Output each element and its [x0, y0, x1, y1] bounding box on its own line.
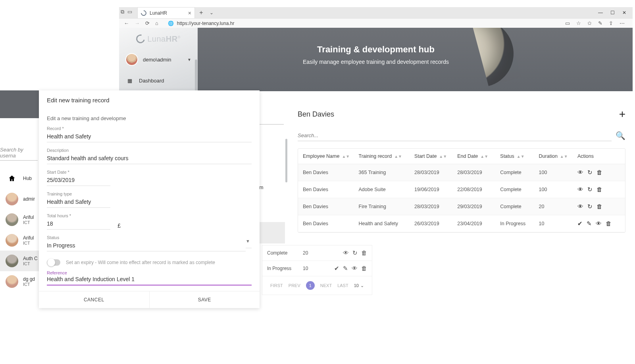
- sidebar-scrollbar[interactable]: [195, 59, 197, 95]
- tab-close-icon[interactable]: ×: [188, 10, 191, 16]
- th-end[interactable]: End Date▲▼: [457, 153, 500, 159]
- bg-user-item[interactable]: ArifulICT: [4, 209, 40, 230]
- field-description[interactable]: Description Standard health and safety c…: [39, 146, 260, 167]
- forward-icon[interactable]: →: [135, 20, 140, 26]
- back-icon[interactable]: ←: [124, 20, 129, 26]
- expiry-toggle[interactable]: [47, 259, 60, 266]
- nav-dashboard[interactable]: ▦Dashboard: [119, 72, 198, 89]
- bg-user-dept: ICT: [23, 261, 38, 266]
- eye-icon[interactable]: 👁: [596, 220, 602, 227]
- frag-status: Complete: [267, 250, 303, 256]
- share-icon[interactable]: ⇪: [609, 20, 613, 26]
- trash-icon[interactable]: 🗑: [597, 169, 602, 176]
- check-icon[interactable]: ✔: [334, 265, 339, 272]
- pager-current[interactable]: 1: [306, 281, 315, 290]
- user-list-scrollbar[interactable]: [285, 139, 287, 182]
- bg-user-item[interactable]: Hub: [4, 168, 40, 189]
- field-value[interactable]: Health and Safety: [47, 132, 252, 142]
- eye-icon[interactable]: 👁: [577, 203, 583, 210]
- trash-icon[interactable]: 🗑: [361, 265, 367, 272]
- reading-view-icon[interactable]: ▭: [565, 20, 570, 26]
- save-button[interactable]: SAVE: [149, 291, 260, 308]
- trash-icon[interactable]: 🗑: [597, 186, 602, 193]
- records-search-input[interactable]: [298, 130, 612, 141]
- tabs-dropdown-icon[interactable]: ⌄: [208, 10, 216, 15]
- pager-prev[interactable]: PREV: [289, 283, 300, 288]
- pager-next[interactable]: NEXT: [320, 283, 332, 288]
- th-record[interactable]: Training record▲▼: [359, 153, 415, 159]
- cell-start: 28/03/2019: [414, 170, 457, 175]
- eye-icon[interactable]: 👁: [577, 186, 583, 193]
- pager-first[interactable]: FIRST: [270, 283, 283, 288]
- reference-input[interactable]: Health and Safety Induction Level 1: [47, 276, 252, 285]
- notes-icon[interactable]: ✎: [598, 20, 602, 26]
- field-value[interactable]: Standard health and safety cours: [47, 153, 252, 164]
- table-row: Ben Davies Fire Training 28/03/2019 29/0…: [298, 198, 625, 215]
- check-icon[interactable]: ✔: [577, 220, 583, 227]
- refresh-icon[interactable]: ⟳: [145, 20, 150, 26]
- refresh-icon[interactable]: ↻: [587, 169, 593, 176]
- field-training-type[interactable]: Training type Health and Safety: [39, 189, 118, 211]
- window-layout-icon[interactable]: ⧉: [121, 9, 124, 15]
- field-record[interactable]: Record * Health and Safety: [39, 124, 260, 146]
- pager-size[interactable]: 10 ⌄: [354, 283, 364, 288]
- pager-last[interactable]: LAST: [337, 283, 348, 288]
- maximize-icon[interactable]: ☐: [606, 7, 618, 18]
- trash-icon[interactable]: 🗑: [606, 220, 612, 227]
- field-value[interactable]: In Progress: [47, 241, 246, 251]
- search-icon[interactable]: 🔍: [616, 131, 625, 140]
- table-row: Ben Davies Adobe Suite 19/06/2019 22/08/…: [298, 181, 625, 198]
- browser-tab[interactable]: LunaHR ×: [137, 7, 195, 18]
- eye-icon[interactable]: 👁: [577, 169, 583, 176]
- refresh-icon[interactable]: ↻: [352, 249, 358, 257]
- refresh-icon[interactable]: ↻: [587, 186, 593, 193]
- th-status[interactable]: Status▲▼: [500, 153, 539, 159]
- field-value[interactable]: Health and Safety: [47, 197, 110, 208]
- close-window-icon[interactable]: ✕: [618, 7, 630, 18]
- address-bar[interactable]: 🌐 https://your-tenancy.luna.hr: [164, 21, 560, 26]
- field-start-date[interactable]: Start Date * 25/03/2019: [39, 167, 118, 189]
- th-start[interactable]: Start Date▲▼: [414, 153, 457, 159]
- refresh-icon[interactable]: ↻: [587, 203, 593, 210]
- more-icon[interactable]: ⋯: [620, 20, 625, 26]
- field-status[interactable]: Status In Progress ▼: [39, 233, 260, 255]
- favicon-icon: [140, 9, 148, 17]
- favorites-bar-icon[interactable]: ✩: [587, 20, 592, 26]
- table-row: Ben Davies Health and Safety 26/03/2019 …: [298, 215, 625, 232]
- new-tab-button[interactable]: +: [197, 9, 205, 16]
- add-record-button[interactable]: +: [619, 108, 625, 121]
- cell-end: 28/03/2019: [457, 170, 500, 175]
- cell-dur: 10: [539, 221, 577, 226]
- th-duration[interactable]: Duration▲▼: [539, 153, 577, 159]
- eye-icon[interactable]: 👁: [352, 265, 358, 272]
- favorite-icon[interactable]: ☆: [576, 20, 581, 26]
- cell-status: Complete: [500, 204, 539, 209]
- window-pin-icon[interactable]: ▭: [127, 9, 132, 15]
- field-value[interactable]: 25/03/2019: [47, 175, 110, 186]
- avatar: [6, 193, 18, 205]
- cell-rec: Fire Training: [359, 204, 415, 209]
- edit-icon[interactable]: ✎: [587, 220, 592, 227]
- bg-user-item[interactable]: ArifulICT: [4, 230, 40, 251]
- th-employee[interactable]: Employee Name▲▼: [303, 153, 359, 159]
- edit-icon[interactable]: ✎: [343, 265, 348, 272]
- trash-icon[interactable]: 🗑: [361, 249, 367, 257]
- trash-icon[interactable]: 🗑: [597, 203, 602, 210]
- currency-symbol: £: [117, 222, 121, 229]
- current-user-chip[interactable]: demo\admin ▼: [119, 50, 198, 72]
- table-row: Ben Davies 365 Training 28/03/2019 28/03…: [298, 164, 625, 181]
- avatar: [6, 255, 18, 267]
- eye-icon[interactable]: 👁: [343, 249, 349, 257]
- bg-user-item-selected[interactable]: Auth CICT: [0, 251, 40, 271]
- fragment-row: Complete 20 👁↻🗑: [262, 245, 372, 261]
- field-total-hours[interactable]: Total hours * 18 £: [39, 211, 118, 233]
- bg-user-item[interactable]: admir: [4, 189, 40, 209]
- cancel-button[interactable]: CANCEL: [39, 291, 149, 308]
- bg-user-item[interactable]: dg gdICT: [4, 271, 40, 292]
- home-icon[interactable]: ⌂: [155, 20, 158, 26]
- modal-subtitle: Edit a new training and developme: [39, 110, 260, 124]
- bg-user-dept: ICT: [23, 241, 34, 245]
- field-value[interactable]: 18: [47, 219, 110, 230]
- chevron-down-icon[interactable]: ▼: [246, 239, 252, 248]
- minimize-icon[interactable]: —: [595, 7, 606, 18]
